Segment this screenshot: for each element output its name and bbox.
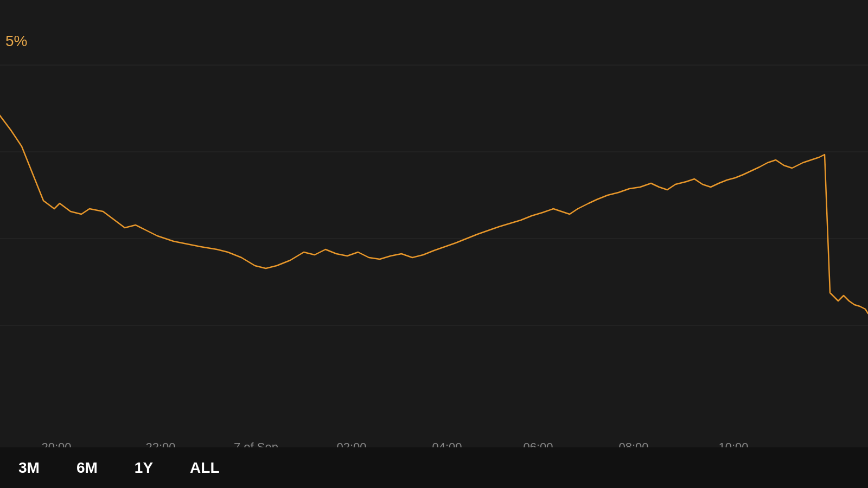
time-range-6m[interactable]: 6M xyxy=(74,455,100,481)
chart-line xyxy=(0,108,868,313)
time-range-1y[interactable]: 1Y xyxy=(132,455,155,481)
chart-svg xyxy=(0,0,868,412)
time-range-all[interactable]: ALL xyxy=(188,455,221,481)
chart-container: 5% 20:00 22:00 7 of Sep 02:00 04:00 06:0… xyxy=(0,0,868,488)
time-range-3m[interactable]: 3M xyxy=(16,455,42,481)
time-range-bar: 3M 6M 1Y ALL xyxy=(0,447,868,488)
